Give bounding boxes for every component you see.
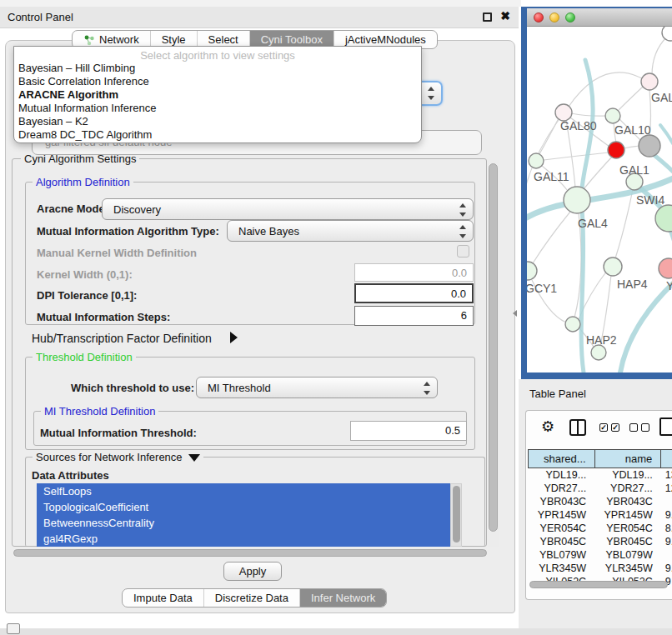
node-hap2[interactable]: [565, 317, 580, 332]
float-panel-icon[interactable]: [483, 12, 492, 22]
tab-infer-network[interactable]: Infer Network: [299, 589, 386, 607]
attributes-scrollbar[interactable]: [450, 483, 462, 547]
tab-discretize-data[interactable]: Discretize Data: [203, 589, 299, 607]
node-label-y: Y: [666, 279, 672, 292]
apply-button[interactable]: Apply: [223, 562, 282, 581]
table-panel-title: Table Panel: [529, 388, 586, 400]
node-top[interactable]: [662, 27, 672, 41]
collapsed-panel-icon[interactable]: [7, 623, 20, 634]
node-pink-top[interactable]: [641, 73, 658, 90]
table-row[interactable]: YBR043CYBR043C: [529, 495, 672, 508]
algorithm-option[interactable]: Dream8 DC_TDC Algorithm: [14, 128, 421, 142]
attribute-list-item[interactable]: SelfLoops: [37, 483, 450, 499]
node-hap4[interactable]: [604, 258, 622, 276]
hub-factor-label[interactable]: Hub/Transcription Factor Definition: [32, 332, 212, 345]
node-gal4[interactable]: [564, 187, 590, 213]
node-label-gcy1: GCY1: [527, 282, 557, 295]
node-label-gal10: GAL10: [614, 123, 651, 137]
algorithm-dropdown-popup: Select algorithm to view settings Bayesi…: [13, 46, 422, 143]
attribute-list-item[interactable]: BetweennessCentrality: [37, 515, 450, 531]
node-gal11[interactable]: [529, 153, 544, 168]
kernel-width-field[interactable]: 0.0: [354, 263, 474, 282]
table-row[interactable]: YPR145WYPR145W9.: [529, 508, 672, 522]
node-label-swi4: SWI4: [636, 193, 664, 207]
table-column-header[interactable]: name: [594, 450, 661, 468]
app-root: Control Panel ✖ NetworkStyleSelectCyni T…: [0, 0, 672, 635]
mi-threshold-label: Mutual Information Threshold:: [40, 427, 197, 439]
node-gcy1[interactable]: [527, 262, 537, 280]
algorithm-option[interactable]: Bayesian – K2: [14, 115, 421, 128]
tab-impute-data[interactable]: Impute Data: [123, 589, 203, 607]
gear-icon[interactable]: ⚙: [541, 418, 554, 436]
manual-kernel-label: Manual Kernel Width Definition: [37, 247, 197, 259]
select-all-icon[interactable]: ✓: [611, 423, 619, 432]
data-attributes-list[interactable]: SelfLoopsTopologicalCoefficientBetweenne…: [37, 483, 450, 547]
zoom-window-icon[interactable]: [565, 12, 575, 22]
select-all-icon[interactable]: ✓: [599, 423, 608, 432]
node-salmon[interactable]: [659, 258, 672, 278]
close-window-icon[interactable]: [534, 12, 544, 22]
node-label-gal1: GAL1: [619, 163, 649, 177]
panel-splitter-icon[interactable]: [513, 310, 517, 317]
expand-arrow-icon[interactable]: [230, 332, 238, 343]
algorithm-option[interactable]: Mutual Information Inference: [14, 102, 421, 115]
algorithm-dropdown-placeholder: Select algorithm to view settings: [14, 47, 421, 62]
node-gal10[interactable]: [605, 108, 620, 123]
file-icon[interactable]: [659, 418, 672, 436]
network-icon: [83, 34, 95, 46]
table-row[interactable]: YER054CYER054C8.: [529, 522, 672, 535]
node-bottom[interactable]: [591, 345, 606, 360]
node-big-green[interactable]: [655, 205, 672, 232]
node-red[interactable]: [608, 142, 624, 158]
settings-vertical-scrollbar[interactable]: [488, 160, 499, 547]
collapse-arrow-icon[interactable]: [188, 454, 200, 462]
table-row[interactable]: YLR345WYLR345W9.: [529, 562, 672, 575]
settings-horizontal-scrollbar[interactable]: [13, 549, 487, 557]
node-label-gal80: GAL80: [560, 119, 597, 132]
stepper-icon: [428, 86, 435, 101]
aracne-mode-value: Discovery: [113, 203, 161, 216]
table-toolbar: ⚙ ✓ ✓: [526, 411, 672, 448]
algorithm-dropdown-items: Bayesian – Hill ClimbingBasic Correlatio…: [14, 62, 421, 142]
table-horizontal-scrollbar[interactable]: [529, 581, 668, 588]
columns-icon[interactable]: [569, 419, 586, 436]
mi-threshold-legend: MI Threshold Definition: [41, 405, 158, 418]
deselect-all-icon[interactable]: [629, 423, 638, 432]
mi-steps-field[interactable]: 6: [354, 306, 474, 326]
network-canvas[interactable]: GALGAL80GAL10GAL1GAL11SWI4GAL4GCY1HAP4YH…: [527, 27, 672, 372]
attribute-list-item[interactable]: gal4RGexp: [37, 531, 450, 547]
attribute-list-item[interactable]: TopologicalCoefficient: [37, 499, 450, 515]
aracne-mode-label: Aracne Mode:: [37, 202, 108, 215]
table-row[interactable]: YBL079WYBL079W: [529, 548, 672, 562]
which-threshold-combo[interactable]: MI Threshold: [196, 377, 438, 398]
algorithm-option[interactable]: Basic Correlation Inference: [14, 75, 421, 88]
mi-type-label: Mutual Information Algorithm Type:: [37, 225, 219, 238]
table-panel-box: ⚙ ✓ ✓ shared...name YDL19...YDL19...13YD…: [525, 410, 672, 600]
node-table[interactable]: shared...name YDL19...YDL19...13YDR27...…: [528, 449, 672, 588]
cyni-toolbox-tabs: Impute DataDiscretize DataInfer Network: [122, 588, 387, 608]
table-column-header[interactable]: shared...: [529, 450, 595, 468]
minimize-window-icon[interactable]: [549, 12, 559, 22]
dpi-tolerance-field[interactable]: 0.0: [354, 283, 474, 303]
manual-kernel-checkbox[interactable]: [457, 245, 469, 258]
mi-threshold-field[interactable]: 0.5: [350, 421, 467, 441]
deselect-all-icon[interactable]: [641, 423, 649, 432]
stepper-icon: [424, 381, 431, 396]
mi-type-combo[interactable]: Naive Bayes: [227, 220, 474, 242]
network-window: GALGAL80GAL10GAL1GAL11SWI4GAL4GCY1HAP4YH…: [521, 7, 672, 379]
aracne-mode-combo[interactable]: Discovery: [102, 198, 474, 220]
close-panel-icon[interactable]: ✖: [500, 9, 510, 22]
node-gray[interactable]: [639, 135, 660, 157]
algorithm-option[interactable]: ARACNE Algorithm: [14, 88, 421, 102]
algorithm-option[interactable]: Bayesian – Hill Climbing: [14, 62, 421, 75]
stepper-icon: [459, 202, 467, 218]
table-row[interactable]: YDL19...YDL19...13: [529, 468, 672, 482]
sources-legend[interactable]: Sources for Network Inference: [33, 451, 203, 463]
kernel-width-label: Kernel Width (0,1):: [37, 268, 133, 281]
table-column-header[interactable]: [661, 450, 672, 468]
table-row[interactable]: YBR045CYBR045C9.: [529, 535, 672, 548]
table-row[interactable]: YDR27...YDR27...12: [529, 482, 672, 495]
network-window-titlebar[interactable]: [527, 8, 672, 27]
node-gal80[interactable]: [555, 104, 572, 121]
top-strip: [0, 0, 521, 7]
